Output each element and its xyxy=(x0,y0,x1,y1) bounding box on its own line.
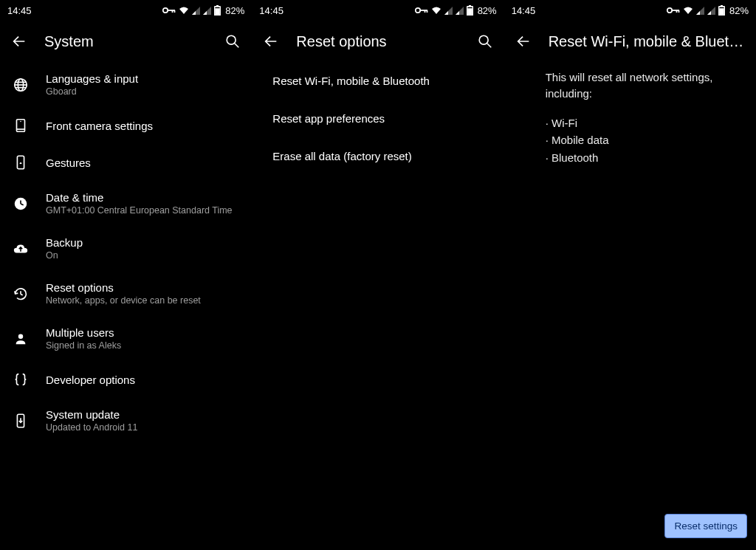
search-button[interactable] xyxy=(475,31,495,52)
row-system-update[interactable]: System update Updated to Android 11 xyxy=(0,398,252,443)
system-update-icon xyxy=(12,413,30,429)
pane-system: 14:45 82% System xyxy=(0,0,252,550)
status-bar: 14:45 82% xyxy=(0,0,252,21)
row-title: System update xyxy=(46,408,137,421)
row-subtitle: Signed in as Aleks xyxy=(46,340,121,351)
svg-point-26 xyxy=(415,8,419,13)
row-title: Erase all data (factory reset) xyxy=(272,150,411,162)
globe-icon xyxy=(12,77,30,93)
svg-line-34 xyxy=(487,44,491,48)
battery-percent: 82% xyxy=(478,5,497,16)
battery-icon xyxy=(718,5,725,16)
svg-point-35 xyxy=(667,8,672,13)
row-multiple-users[interactable]: Multiple users Signed in as Aleks xyxy=(0,316,252,361)
svg-rect-5 xyxy=(216,5,219,7)
status-time: 14:45 xyxy=(259,5,284,16)
search-button[interactable] xyxy=(222,31,243,52)
svg-rect-32 xyxy=(467,8,472,15)
svg-rect-6 xyxy=(215,8,220,15)
row-factory-reset[interactable]: Erase all data (factory reset) xyxy=(252,137,504,175)
row-title: Date & time xyxy=(46,191,233,204)
row-title: Multiple users xyxy=(46,326,121,339)
vpn-key-icon xyxy=(667,7,680,14)
bullet-item: Wi-Fi xyxy=(546,115,741,131)
back-button[interactable] xyxy=(9,31,30,52)
bullet-item: Bluetooth xyxy=(546,150,741,166)
status-icons: 82% xyxy=(162,5,244,16)
status-icons: 82% xyxy=(667,5,749,16)
svg-point-0 xyxy=(163,8,168,13)
row-title: Reset app preferences xyxy=(272,112,385,125)
row-subtitle: GMT+01:00 Central European Standard Time xyxy=(46,205,233,216)
row-reset-network[interactable]: Reset Wi-Fi, mobile & Bluetooth xyxy=(252,62,504,100)
row-subtitle: Gboard xyxy=(46,86,138,97)
row-title: Backup xyxy=(46,236,83,249)
svg-point-7 xyxy=(227,35,236,44)
row-title: Reset options xyxy=(46,281,201,294)
person-icon xyxy=(12,331,30,347)
row-developer-options[interactable]: Developer options xyxy=(0,361,252,398)
svg-rect-17 xyxy=(17,156,24,168)
row-subtitle: Network, apps, or device can be reset xyxy=(46,295,201,306)
svg-line-22 xyxy=(21,294,23,295)
row-backup[interactable]: Backup On xyxy=(0,226,252,271)
row-gestures[interactable]: Gestures xyxy=(0,144,252,181)
vpn-key-icon xyxy=(162,7,176,14)
row-subtitle: On xyxy=(46,250,83,261)
intro-text: This will reset all network settings, in… xyxy=(546,69,741,102)
braces-icon xyxy=(12,371,30,388)
signal-2-icon xyxy=(203,7,211,15)
pane-reset-network: 14:45 82% Reset Wi-Fi, mobile & Blueto… … xyxy=(504,0,756,550)
status-bar: 14:45 82% xyxy=(504,0,756,21)
svg-line-8 xyxy=(235,44,239,48)
clock-icon xyxy=(12,196,30,212)
signal-2-icon xyxy=(456,7,464,15)
svg-point-15 xyxy=(20,121,21,123)
status-bar: 14:45 82% xyxy=(252,0,504,21)
signal-1-icon xyxy=(444,7,453,15)
svg-rect-40 xyxy=(721,5,723,7)
reset-list: Reset Wi-Fi, mobile & Bluetooth Reset ap… xyxy=(252,62,504,550)
app-bar: Reset Wi-Fi, mobile & Blueto… xyxy=(504,21,756,62)
page-title: Reset Wi-Fi, mobile & Blueto… xyxy=(549,33,747,50)
battery-percent: 82% xyxy=(225,5,244,16)
row-front-camera[interactable]: Front camera settings xyxy=(0,107,252,144)
reset-settings-button[interactable]: Reset settings xyxy=(664,514,747,538)
row-reset-app-prefs[interactable]: Reset app preferences xyxy=(252,100,504,137)
battery-icon xyxy=(214,5,221,16)
signal-1-icon xyxy=(192,7,200,15)
wifi-icon xyxy=(683,6,693,15)
row-title: Developer options xyxy=(46,374,135,386)
battery-percent: 82% xyxy=(729,5,749,16)
page-title: Reset options xyxy=(296,33,459,50)
restore-icon xyxy=(12,286,30,302)
page-title: System xyxy=(44,33,207,50)
svg-point-33 xyxy=(479,35,488,44)
wifi-icon xyxy=(179,6,189,15)
signal-2-icon xyxy=(707,7,715,15)
vpn-key-icon xyxy=(415,7,428,14)
row-title: Languages & input xyxy=(46,72,138,85)
row-title: Reset Wi-Fi, mobile & Bluetooth xyxy=(272,75,430,87)
app-bar: System xyxy=(0,21,252,62)
pane-reset-options: 14:45 82% Reset options Reset Wi-Fi, mob… xyxy=(252,0,504,550)
gestures-icon xyxy=(12,154,30,171)
settings-list: Languages & input Gboard Front camera se… xyxy=(0,62,252,550)
app-bar: Reset options xyxy=(252,21,504,62)
row-languages-input[interactable]: Languages & input Gboard xyxy=(0,62,252,107)
cloud-upload-icon xyxy=(12,241,30,257)
status-icons: 82% xyxy=(415,5,497,16)
description: This will reset all network settings, in… xyxy=(504,62,756,168)
row-reset-options[interactable]: Reset options Network, apps, or device c… xyxy=(0,271,252,316)
row-title: Front camera settings xyxy=(46,120,153,132)
row-date-time[interactable]: Date & time GMT+01:00 Central European S… xyxy=(0,181,252,226)
back-button[interactable] xyxy=(513,31,534,52)
row-title: Gestures xyxy=(46,157,91,169)
svg-point-23 xyxy=(18,334,23,338)
status-time: 14:45 xyxy=(7,5,32,16)
status-time: 14:45 xyxy=(512,5,536,16)
svg-rect-41 xyxy=(719,8,724,15)
tablet-icon xyxy=(12,117,30,134)
battery-icon xyxy=(467,5,473,16)
back-button[interactable] xyxy=(261,31,281,52)
